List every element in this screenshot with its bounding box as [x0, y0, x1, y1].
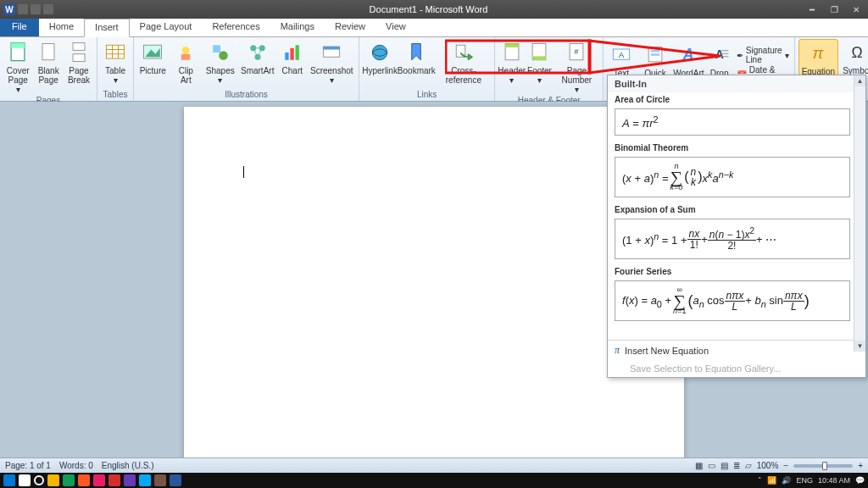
tray-up-icon[interactable]: ˄	[758, 476, 762, 485]
zoom-in-button[interactable]: +	[858, 461, 863, 470]
window-title: Document1 - Microsoft Word	[53, 4, 804, 14]
minimize-button[interactable]: ━	[804, 3, 821, 15]
group-pages: Cover Page▾ Blank Page Page Break Pages	[0, 37, 97, 101]
status-page[interactable]: Page: 1 of 1	[5, 461, 51, 470]
view-outline-icon[interactable]: ≣	[733, 461, 740, 470]
picture-icon	[141, 41, 164, 64]
screenshot-icon	[320, 41, 343, 64]
smartart-button[interactable]: SmartArt	[238, 39, 276, 86]
svg-rect-19	[285, 53, 288, 60]
group-tables-label: Tables	[103, 90, 128, 101]
svg-rect-13	[181, 54, 191, 60]
chart-button[interactable]: Chart	[278, 39, 306, 86]
start-button[interactable]	[3, 474, 15, 486]
tray-network-icon[interactable]: 📶	[767, 476, 776, 485]
eq-title-expansion: Expansion of a Sum	[608, 202, 865, 217]
header-button[interactable]: Header▾	[498, 39, 525, 96]
gallery-scrollbar[interactable]: ▲ ▼	[854, 75, 865, 352]
zoom-out-button[interactable]: −	[783, 461, 788, 470]
insert-new-equation[interactable]: πInsert New Equation	[608, 341, 865, 360]
pagenumber-icon: #	[565, 41, 588, 64]
taskbar-app-3[interactable]	[78, 474, 90, 486]
svg-point-12	[182, 47, 190, 54]
tray-volume-icon[interactable]: 🔊	[782, 476, 791, 485]
taskbar-app-7[interactable]	[139, 474, 151, 486]
qat-save-icon[interactable]	[18, 4, 28, 14]
tray-notifications-icon[interactable]: 💬	[855, 476, 865, 485]
word-app-icon: W	[3, 3, 15, 15]
tab-home[interactable]: Home	[39, 19, 84, 36]
scroll-down-icon[interactable]: ▼	[854, 341, 865, 352]
view-draft-icon[interactable]: ▱	[745, 461, 752, 470]
svg-rect-2	[42, 44, 54, 60]
taskbar-app-8[interactable]	[154, 474, 166, 486]
maximize-button[interactable]: ❐	[826, 3, 843, 15]
signature-line-button[interactable]: ✒Signature Line ▾	[737, 46, 789, 64]
status-language[interactable]: English (U.S.)	[102, 461, 154, 470]
shapes-icon	[209, 41, 232, 64]
view-fullscreen-icon[interactable]: ▭	[708, 461, 715, 470]
pi-icon: π	[615, 344, 620, 357]
taskbar: ˄ 📶 🔊 ENG 10:48 AM 💬	[0, 473, 868, 488]
tab-insert[interactable]: Insert	[84, 19, 130, 37]
table-button[interactable]: Table▾	[101, 39, 130, 86]
tray-clock[interactable]: 10:48 AM	[818, 476, 850, 485]
taskbar-word-icon[interactable]	[170, 474, 181, 486]
taskbar-app-5[interactable]	[108, 474, 120, 486]
group-links: Hyperlink Bookmark Cross-reference Links	[359, 37, 495, 101]
svg-rect-29	[533, 56, 547, 59]
taskview-icon[interactable]	[19, 474, 31, 486]
svg-rect-20	[290, 48, 293, 60]
group-illustrations: Picture Clip Art Shapes▾ SmartArt Chart …	[134, 37, 359, 101]
tray-language[interactable]: ENG	[796, 476, 813, 485]
clipart-button[interactable]: Clip Art	[170, 39, 203, 86]
footer-button[interactable]: Footer▾	[526, 39, 552, 96]
group-headerfooter: Header▾ Footer▾ #Page Number▾ Header & F…	[495, 37, 604, 101]
blank-page-button[interactable]: Blank Page	[34, 39, 63, 96]
text-cursor	[243, 166, 244, 178]
bookmark-button[interactable]: Bookmark	[398, 39, 435, 86]
zoom-level[interactable]: 100%	[757, 461, 779, 470]
svg-rect-4	[73, 54, 85, 62]
crossref-button[interactable]: Cross-reference	[437, 39, 491, 86]
page-break-button[interactable]: Page Break	[64, 39, 93, 96]
qat-redo-icon[interactable]	[43, 4, 53, 14]
taskbar-app-1[interactable]	[47, 474, 59, 486]
tab-view[interactable]: View	[376, 19, 416, 36]
group-tables: Table▾ Tables	[97, 37, 134, 101]
view-web-icon[interactable]: ▤	[721, 461, 728, 470]
tab-references[interactable]: References	[202, 19, 270, 36]
svg-rect-35	[651, 50, 660, 53]
screenshot-button[interactable]: Screenshot▾	[308, 39, 355, 86]
shapes-button[interactable]: Shapes▾	[203, 39, 236, 86]
scroll-up-icon[interactable]: ▲	[854, 75, 865, 86]
hyperlink-button[interactable]: Hyperlink	[363, 39, 397, 86]
status-words[interactable]: Words: 0	[59, 461, 93, 470]
close-button[interactable]: ✕	[848, 3, 865, 15]
tab-mailings[interactable]: Mailings	[270, 19, 325, 36]
textbox-icon: A	[609, 43, 633, 67]
tab-file[interactable]: File	[0, 19, 39, 36]
view-printlayout-icon[interactable]: ▦	[695, 461, 703, 470]
tab-pagelayout[interactable]: Page Layout	[130, 19, 203, 36]
save-to-gallery: Save Selection to Equation Gallery...	[608, 360, 865, 377]
tab-review[interactable]: Review	[325, 19, 376, 36]
cortana-icon[interactable]	[34, 475, 44, 485]
dropcap-icon: A	[708, 43, 732, 67]
taskbar-app-2[interactable]	[63, 474, 75, 486]
pagenumber-button[interactable]: #Page Number▾	[554, 39, 599, 96]
taskbar-app-4[interactable]	[93, 474, 105, 486]
equation-icon: π	[806, 42, 830, 65]
cover-page-button[interactable]: Cover Page▾	[3, 39, 32, 96]
taskbar-app-6[interactable]	[124, 474, 136, 486]
eq-item-binomial[interactable]: (x + a)n = n∑k=0 (nk) xkan−k	[615, 157, 850, 197]
eq-title-binomial: Binomial Theorem	[608, 141, 865, 155]
eq-item-expansion[interactable]: (1 + x)n = 1 + nx1! + n(n − 1)x22! + ⋯	[615, 219, 850, 259]
zoom-slider[interactable]	[793, 464, 853, 468]
eq-item-areacircle[interactable]: A = πr2	[615, 108, 850, 136]
picture-button[interactable]: Picture	[137, 39, 169, 86]
eq-item-fourier[interactable]: f(x) = a0 + ∞∑n=1 ( an cosnπxL + bn sinn…	[615, 280, 850, 321]
qat-undo-icon[interactable]	[31, 4, 41, 14]
svg-rect-1	[11, 43, 25, 48]
cover-page-icon	[6, 41, 30, 64]
